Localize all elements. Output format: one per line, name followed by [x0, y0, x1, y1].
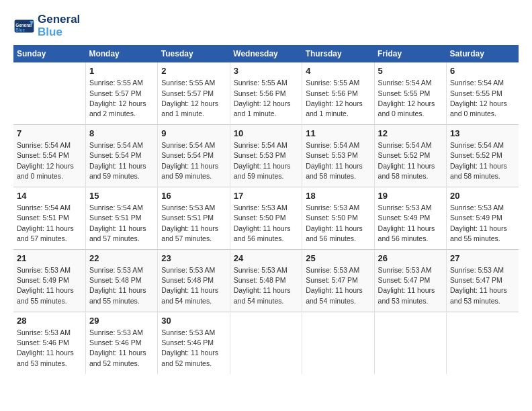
calendar-cell: 12Sunrise: 5:54 AMSunset: 5:52 PMDayligh…: [374, 125, 446, 187]
day-info: Sunrise: 5:53 AMSunset: 5:46 PMDaylight:…: [89, 328, 154, 369]
day-info: Sunrise: 5:53 AMSunset: 5:48 PMDaylight:…: [161, 265, 226, 306]
day-info: Sunrise: 5:53 AMSunset: 5:50 PMDaylight:…: [234, 203, 298, 244]
day-number: 18: [306, 191, 370, 201]
day-info: Sunrise: 5:55 AMSunset: 5:57 PMDaylight:…: [89, 78, 154, 119]
calendar-cell: 3Sunrise: 5:55 AMSunset: 5:56 PMDaylight…: [230, 62, 302, 124]
calendar-cell: 25Sunrise: 5:53 AMSunset: 5:47 PMDayligh…: [302, 250, 374, 312]
day-number: 3: [234, 66, 298, 76]
calendar-cell: 1Sunrise: 5:55 AMSunset: 5:57 PMDaylight…: [85, 62, 157, 124]
calendar-cell: 22Sunrise: 5:53 AMSunset: 5:48 PMDayligh…: [85, 250, 157, 312]
calendar-week-row: 7Sunrise: 5:54 AMSunset: 5:54 PMDaylight…: [13, 125, 519, 187]
calendar-cell: 2Sunrise: 5:55 AMSunset: 5:57 PMDaylight…: [158, 62, 230, 124]
calendar-cell: 15Sunrise: 5:54 AMSunset: 5:51 PMDayligh…: [85, 187, 157, 250]
day-number: 6: [450, 66, 515, 76]
day-number: 7: [17, 128, 82, 138]
day-number: 22: [89, 253, 154, 263]
calendar-week-row: 21Sunrise: 5:53 AMSunset: 5:49 PMDayligh…: [13, 250, 519, 312]
calendar-cell: 10Sunrise: 5:54 AMSunset: 5:53 PMDayligh…: [230, 125, 302, 187]
calendar-cell: 11Sunrise: 5:54 AMSunset: 5:53 PMDayligh…: [302, 125, 374, 187]
calendar-cell: 9Sunrise: 5:54 AMSunset: 5:54 PMDaylight…: [158, 125, 230, 187]
day-info: Sunrise: 5:54 AMSunset: 5:51 PMDaylight:…: [17, 203, 82, 244]
calendar-cell: 14Sunrise: 5:54 AMSunset: 5:51 PMDayligh…: [13, 187, 85, 250]
day-number: 29: [89, 316, 154, 326]
calendar-cell: 30Sunrise: 5:53 AMSunset: 5:46 PMDayligh…: [158, 312, 230, 373]
day-info: Sunrise: 5:53 AMSunset: 5:47 PMDaylight:…: [378, 265, 443, 306]
calendar-cell: 21Sunrise: 5:53 AMSunset: 5:49 PMDayligh…: [13, 250, 85, 312]
day-number: 15: [89, 191, 154, 201]
day-info: Sunrise: 5:53 AMSunset: 5:48 PMDaylight:…: [234, 265, 298, 306]
calendar-cell: 5Sunrise: 5:54 AMSunset: 5:55 PMDaylight…: [374, 62, 446, 124]
day-info: Sunrise: 5:54 AMSunset: 5:52 PMDaylight:…: [378, 140, 443, 181]
day-info: Sunrise: 5:53 AMSunset: 5:49 PMDaylight:…: [450, 203, 515, 244]
day-number: 25: [306, 253, 370, 263]
page-header: General Blue General Blue: [13, 13, 519, 38]
day-number: 16: [161, 191, 226, 201]
day-info: Sunrise: 5:55 AMSunset: 5:56 PMDaylight:…: [234, 78, 298, 119]
logo-icon: General Blue: [13, 15, 35, 37]
svg-text:General: General: [15, 22, 32, 27]
day-number: 1: [89, 66, 154, 76]
day-number: 24: [234, 253, 298, 263]
calendar-cell: 4Sunrise: 5:55 AMSunset: 5:56 PMDaylight…: [302, 62, 374, 124]
calendar-cell: 13Sunrise: 5:54 AMSunset: 5:52 PMDayligh…: [447, 125, 519, 187]
column-header-friday: Friday: [374, 45, 446, 62]
day-number: 5: [378, 66, 443, 76]
day-info: Sunrise: 5:54 AMSunset: 5:53 PMDaylight:…: [306, 140, 370, 181]
calendar-cell: 16Sunrise: 5:53 AMSunset: 5:51 PMDayligh…: [158, 187, 230, 250]
day-number: 28: [17, 316, 82, 326]
day-number: 21: [17, 253, 82, 263]
day-number: 19: [378, 191, 443, 201]
calendar-cell: [230, 312, 302, 373]
day-info: Sunrise: 5:53 AMSunset: 5:50 PMDaylight:…: [306, 203, 370, 244]
day-info: Sunrise: 5:55 AMSunset: 5:56 PMDaylight:…: [306, 78, 370, 119]
calendar-header-row: SundayMondayTuesdayWednesdayThursdayFrid…: [13, 45, 519, 62]
calendar-cell: 29Sunrise: 5:53 AMSunset: 5:46 PMDayligh…: [85, 312, 157, 373]
day-number: 8: [89, 128, 154, 138]
day-info: Sunrise: 5:54 AMSunset: 5:55 PMDaylight:…: [378, 78, 443, 119]
column-header-saturday: Saturday: [447, 45, 519, 62]
calendar-week-row: 14Sunrise: 5:54 AMSunset: 5:51 PMDayligh…: [13, 187, 519, 250]
day-number: 12: [378, 128, 443, 138]
day-number: 9: [161, 128, 226, 138]
calendar-cell: [447, 312, 519, 373]
calendar-cell: [13, 62, 85, 124]
day-info: Sunrise: 5:53 AMSunset: 5:46 PMDaylight:…: [17, 328, 82, 369]
column-header-monday: Monday: [85, 45, 157, 62]
day-info: Sunrise: 5:53 AMSunset: 5:47 PMDaylight:…: [450, 265, 515, 306]
day-info: Sunrise: 5:54 AMSunset: 5:54 PMDaylight:…: [161, 140, 226, 181]
day-number: 10: [234, 128, 298, 138]
day-info: Sunrise: 5:55 AMSunset: 5:57 PMDaylight:…: [161, 78, 226, 119]
day-info: Sunrise: 5:54 AMSunset: 5:55 PMDaylight:…: [450, 78, 515, 119]
day-number: 11: [306, 128, 370, 138]
day-info: Sunrise: 5:54 AMSunset: 5:54 PMDaylight:…: [89, 140, 154, 181]
calendar-cell: [302, 312, 374, 373]
calendar-cell: 7Sunrise: 5:54 AMSunset: 5:54 PMDaylight…: [13, 125, 85, 187]
column-header-sunday: Sunday: [13, 45, 85, 62]
day-number: 26: [378, 253, 443, 263]
day-number: 14: [17, 191, 82, 201]
calendar-cell: 19Sunrise: 5:53 AMSunset: 5:49 PMDayligh…: [374, 187, 446, 250]
calendar-cell: 24Sunrise: 5:53 AMSunset: 5:48 PMDayligh…: [230, 250, 302, 312]
logo-text: General Blue: [38, 13, 80, 38]
svg-text:Blue: Blue: [15, 28, 25, 32]
day-info: Sunrise: 5:53 AMSunset: 5:48 PMDaylight:…: [89, 265, 154, 306]
logo: General Blue General Blue: [13, 13, 80, 38]
calendar-table: SundayMondayTuesdayWednesdayThursdayFrid…: [13, 45, 519, 373]
calendar-cell: 18Sunrise: 5:53 AMSunset: 5:50 PMDayligh…: [302, 187, 374, 250]
column-header-wednesday: Wednesday: [230, 45, 302, 62]
day-number: 23: [161, 253, 226, 263]
day-number: 2: [161, 66, 226, 76]
calendar-cell: 26Sunrise: 5:53 AMSunset: 5:47 PMDayligh…: [374, 250, 446, 312]
calendar-cell: 6Sunrise: 5:54 AMSunset: 5:55 PMDaylight…: [447, 62, 519, 124]
day-number: 13: [450, 128, 515, 138]
calendar-cell: [374, 312, 446, 373]
day-info: Sunrise: 5:53 AMSunset: 5:49 PMDaylight:…: [17, 265, 82, 306]
day-number: 20: [450, 191, 515, 201]
calendar-cell: 28Sunrise: 5:53 AMSunset: 5:46 PMDayligh…: [13, 312, 85, 373]
calendar-week-row: 28Sunrise: 5:53 AMSunset: 5:46 PMDayligh…: [13, 312, 519, 373]
day-info: Sunrise: 5:54 AMSunset: 5:53 PMDaylight:…: [234, 140, 298, 181]
day-info: Sunrise: 5:54 AMSunset: 5:52 PMDaylight:…: [450, 140, 515, 181]
day-info: Sunrise: 5:53 AMSunset: 5:47 PMDaylight:…: [306, 265, 370, 306]
day-number: 4: [306, 66, 370, 76]
calendar-cell: 20Sunrise: 5:53 AMSunset: 5:49 PMDayligh…: [447, 187, 519, 250]
